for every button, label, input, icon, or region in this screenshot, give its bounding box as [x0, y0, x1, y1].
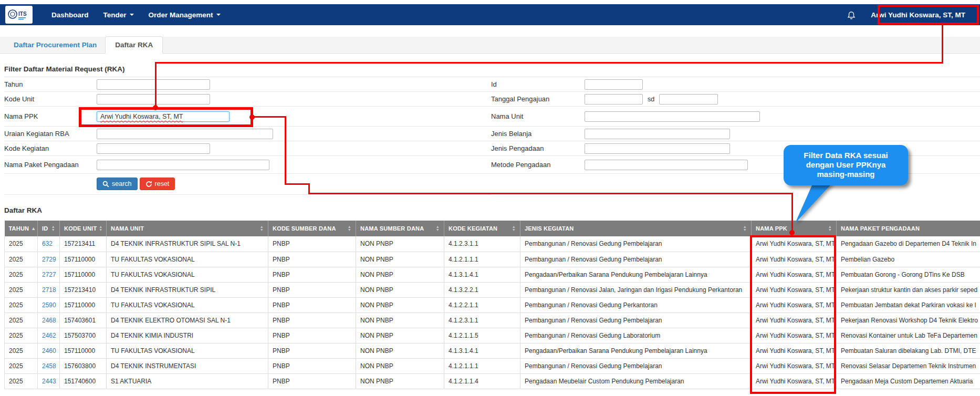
table-cell: NON PNBP: [356, 297, 444, 312]
table-cell: NON PNBP: [356, 252, 444, 267]
table-cell: 2590: [38, 297, 60, 312]
sort-icon[interactable]: [828, 225, 832, 232]
col-header-nama-unit[interactable]: NAMA UNIT: [107, 221, 268, 236]
table-cell: 157213410: [60, 282, 107, 297]
table-cell: 2025: [5, 282, 38, 297]
rka-id-link[interactable]: 2458: [42, 362, 56, 370]
user-menu[interactable]: Arwi Yudhi Koswara, ST, MT: [863, 6, 975, 24]
table-cell: Pembuatan Jembatan dekat Parkiran vokasi…: [837, 297, 980, 312]
filter-row: Kode Unit Tanggal Pengajuan sd: [4, 92, 980, 107]
table-cell: 2025: [5, 358, 38, 373]
table-cell: NON PNBP: [356, 373, 444, 389]
rka-id-link[interactable]: 2468: [42, 317, 56, 324]
col-header-tahun[interactable]: TAHUN: [5, 221, 38, 236]
table-cell: Pengadaan Meja Custom Departemen Aktuari…: [837, 373, 980, 389]
table-cell: 2025: [5, 312, 38, 328]
nav-item-dashboard[interactable]: Dashboard: [44, 5, 96, 25]
sort-icon[interactable]: [99, 225, 102, 232]
nama-paket-pengadaan-label: Nama Paket Pengadaan: [4, 161, 97, 169]
table-row: 20252727157110000TU FAKULTAS VOKASIONALP…: [5, 267, 980, 282]
tab-daftar-procurement-plan[interactable]: Daftar Procurement Plan: [5, 37, 105, 53]
table-cell: 4.1.2.1.1.4: [444, 373, 520, 389]
table-cell: 2458: [38, 358, 60, 373]
rka-table: TAHUN ID KODE UNIT NAMA UNIT KODE SUMBER…: [4, 221, 980, 389]
table-cell: 2468: [38, 312, 60, 328]
notifications-button[interactable]: [839, 7, 863, 23]
sort-icon[interactable]: [51, 225, 55, 232]
caret-down-icon: [130, 14, 134, 16]
rka-id-link[interactable]: 2443: [42, 378, 56, 385]
sort-icon[interactable]: [743, 225, 747, 232]
nama-ppk-input[interactable]: Arwi Yudhi Koswara, ST, MT: [97, 111, 230, 122]
rka-id-link[interactable]: 2460: [42, 347, 56, 355]
table-cell: Pekerjaan Renovasi Workshop D4 Teknik El…: [837, 312, 980, 328]
reset-button[interactable]: reset: [140, 178, 175, 190]
table-row: 20252458157603800D4 TEKNIK INSTRUMENTASI…: [5, 358, 980, 373]
rka-id-link[interactable]: 2727: [42, 271, 56, 278]
table-cell: 2460: [38, 343, 60, 358]
table-cell: Arwi Yudhi Koswara, ST, MT: [752, 358, 837, 373]
nav-item-label: Dashboard: [51, 11, 89, 19]
table-row: 20252462157503700D4 TEKNIK KIMIA INDUSTR…: [5, 328, 980, 343]
sort-icon[interactable]: [348, 225, 351, 232]
col-header-kode-kegiatan[interactable]: KODE KEGIATAN: [444, 221, 520, 236]
col-header-nama-paket-pengadaan[interactable]: NAMA PAKET PENGADAAN: [837, 221, 980, 236]
tab-daftar-rka[interactable]: Daftar RKA: [105, 36, 163, 54]
refresh-icon: [145, 181, 152, 187]
col-header-kode-sumber-dana[interactable]: KODE SUMBER DANA: [268, 221, 356, 236]
tanggal-pengajuan-from-input[interactable]: [585, 94, 643, 105]
table-cell: 157110000: [60, 267, 107, 282]
table-cell: NON PNBP: [356, 282, 444, 297]
col-header-nama-sumber-dana[interactable]: NAMA SUMBER DANA: [356, 221, 444, 236]
tahun-input[interactable]: [97, 79, 210, 90]
jenis-pengadaan-input[interactable]: [585, 143, 730, 154]
rka-id-link[interactable]: 2590: [42, 301, 56, 309]
table-row: 20252590157110000TU FAKULTAS VOKASIONALP…: [5, 297, 980, 312]
table-cell: NON PNBP: [356, 358, 444, 373]
col-header-id[interactable]: ID: [38, 221, 60, 236]
table-cell: PNBP: [268, 252, 356, 267]
table-cell: D4 TEKNIK INFRASTRUKTUR SIPIL SAL N-1: [107, 236, 268, 252]
sort-icon[interactable]: [512, 225, 516, 232]
table-cell: Pembelian Gazebo: [837, 252, 980, 267]
col-header-kode-unit[interactable]: KODE UNIT: [60, 221, 107, 236]
navbar-right: Arwi Yudhi Koswara, ST, MT: [839, 6, 975, 24]
table-cell: 2025: [5, 373, 38, 389]
table-cell: 157503700: [60, 328, 107, 343]
table-cell: 2718: [38, 282, 60, 297]
nav-item-tender[interactable]: Tender: [96, 5, 141, 25]
table-row: 20252460157110000TU FAKULTAS VOKASIONALP…: [5, 343, 980, 358]
rka-table-wrap: TAHUN ID KODE UNIT NAMA UNIT KODE SUMBER…: [4, 221, 980, 389]
table-cell: 157110000: [60, 343, 107, 358]
metode-pengadaan-input[interactable]: [585, 160, 748, 170]
sort-icon[interactable]: [31, 226, 36, 231]
rka-id-link[interactable]: 2718: [42, 286, 56, 294]
kode-kegiatan-input[interactable]: [97, 143, 210, 154]
nama-paket-pengadaan-input[interactable]: [97, 160, 269, 170]
table-cell: NON PNBP: [356, 328, 444, 343]
reset-button-label: reset: [155, 180, 170, 187]
tanggal-pengajuan-to-input[interactable]: [659, 94, 718, 105]
sort-icon[interactable]: [260, 225, 264, 232]
table-cell: Renovasi Kontainer untuk Lab TeFa Depart…: [837, 328, 980, 343]
id-label: Id: [491, 80, 585, 88]
uraian-kegiatan-rba-input[interactable]: [97, 129, 273, 139]
its-logo[interactable]: ITS: [5, 6, 33, 24]
table-cell: NON PNBP: [356, 236, 444, 252]
search-button[interactable]: search: [97, 178, 138, 190]
nama-unit-input[interactable]: [585, 111, 760, 122]
jenis-belanja-input[interactable]: [585, 129, 730, 139]
id-input[interactable]: [585, 79, 643, 90]
rka-id-link[interactable]: 2729: [42, 256, 56, 263]
nav-item-order-management[interactable]: Order Management: [141, 5, 228, 25]
rka-id-link[interactable]: 2462: [42, 332, 56, 339]
rka-id-link[interactable]: 632: [42, 240, 53, 247]
col-header-nama-ppk[interactable]: NAMA PPK: [752, 221, 837, 236]
tanggal-pengajuan-label: Tanggal Pengajuan: [491, 95, 585, 103]
col-header-jenis-kegiatan[interactable]: JENIS KEGIATAN: [520, 221, 752, 236]
table-cell: 4.1.3.1.4.1: [444, 343, 520, 358]
nav-item-label: Order Management: [149, 11, 213, 19]
kode-unit-input[interactable]: [97, 94, 210, 105]
sort-icon[interactable]: [436, 225, 440, 232]
table-cell: Arwi Yudhi Koswara, ST, MT: [752, 252, 837, 267]
